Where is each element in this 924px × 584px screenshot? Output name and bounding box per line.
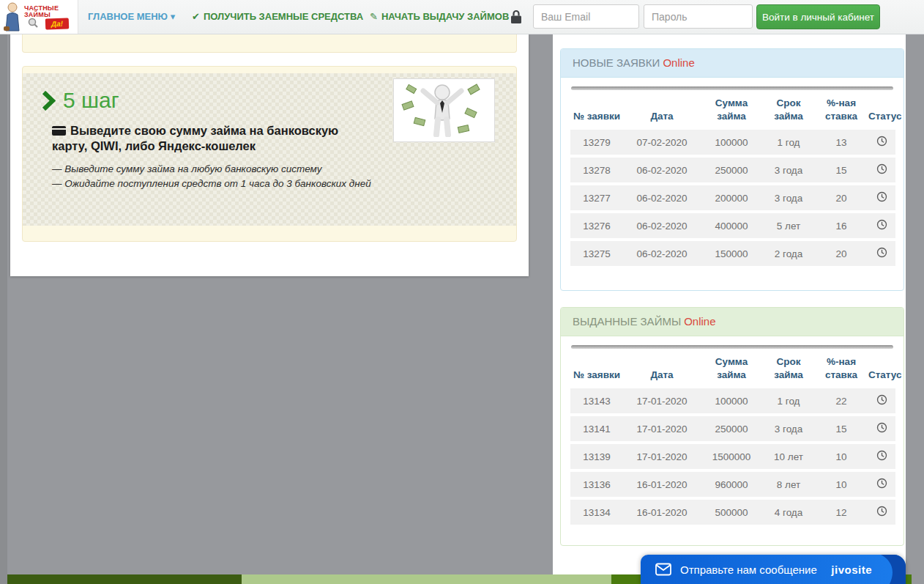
- chat-widget[interactable]: Отправьте нам сообщение jivosite: [641, 555, 906, 584]
- site-logo[interactable]: ЧАСТНЫЕ ЗАЙМЫ Да!: [0, 0, 78, 34]
- logo-badge: Да!: [45, 18, 70, 29]
- login-button[interactable]: Войти в личный кабинет: [756, 4, 880, 29]
- clock-icon: [876, 247, 887, 258]
- table-cell: 3 года: [762, 158, 815, 182]
- chat-corner-fold: [873, 555, 906, 584]
- step-note: — Выведите сумму займа на любую банковск…: [52, 162, 378, 192]
- status-cell: [868, 185, 895, 210]
- logo-man-icon: [1, 1, 23, 32]
- page-background-edge: [0, 34, 7, 584]
- table-cell: 100000: [701, 388, 762, 413]
- panel-title: ВЫДАННЫЕ ЗАЙМЫ: [573, 315, 681, 328]
- clock-icon: [876, 422, 887, 433]
- online-badge: Online: [684, 315, 715, 328]
- column-header: Статус: [868, 354, 895, 385]
- email-input[interactable]: [533, 4, 639, 29]
- table-cell: 200000: [701, 185, 762, 210]
- table-row: 1327806-02-20202500003 года15: [570, 158, 895, 182]
- table-cell: 150000: [701, 241, 762, 266]
- column-header: %-ная ставка: [815, 354, 868, 385]
- pencil-icon: ✎: [370, 11, 378, 22]
- clock-icon: [876, 219, 887, 230]
- panel-title: НОВЫЕ ЗАЯВКИ: [573, 56, 660, 69]
- column-header: № заявки: [570, 95, 623, 127]
- table-row: 1327907-02-20201000001 год13: [570, 130, 895, 155]
- table-cell: 20: [815, 241, 868, 266]
- table-cell: 06-02-2020: [623, 213, 701, 238]
- status-cell: [868, 213, 895, 238]
- table-cell: 100000: [701, 130, 762, 155]
- table-cell: 17-01-2020: [623, 388, 701, 413]
- table-cell: 13143: [570, 388, 623, 413]
- table-header: № заявки Дата Сумма займа Срок займа %-н…: [570, 354, 895, 385]
- logo-magnifier-icon: [28, 18, 38, 28]
- chevron-down-icon: ▾: [171, 11, 176, 22]
- previous-step-box-bottom: [22, 34, 517, 53]
- step-note-line1: — Выведите сумму займа на любую банковск…: [52, 162, 378, 177]
- status-cell: [868, 500, 895, 525]
- column-header: № заявки: [570, 354, 623, 385]
- table-cell: 13278: [570, 158, 623, 182]
- chat-message: Отправьте нам сообщение: [680, 563, 831, 576]
- get-funds-link[interactable]: ✔ПОЛУЧИТЬ ЗАЕМНЫЕ СРЕДСТВА: [192, 0, 363, 34]
- column-header: Дата: [623, 95, 701, 127]
- clock-icon: [876, 506, 887, 517]
- status-cell: [868, 416, 895, 441]
- table-cell: 20: [815, 185, 868, 210]
- table-cell: 10 лет: [762, 444, 815, 469]
- table-cell: 12: [815, 500, 868, 525]
- table-cell: 13139: [570, 444, 623, 469]
- navbar: ЧАСТНЫЕ ЗАЙМЫ Да! ГЛАВНОЕ МЕНЮ ▾ ✔ПОЛУЧИ…: [0, 0, 924, 34]
- column-header: Дата: [623, 354, 701, 385]
- table-cell: 5 лет: [762, 213, 815, 238]
- table-cell: 13279: [570, 130, 623, 155]
- new-requests-panel: НОВЫЕ ЗАЯВКИOnline № заявки Дата Сумма з…: [560, 48, 904, 291]
- panel-heading: НОВЫЕ ЗАЯВКИOnline: [561, 49, 903, 78]
- footer-strip-dark: [7, 574, 242, 584]
- logo-title: ЧАСТНЫЕ ЗАЙМЫ: [24, 5, 75, 18]
- column-header: Сумма займа: [701, 354, 762, 385]
- table-cell: 15: [815, 416, 868, 441]
- column-header: Срок займа: [762, 95, 815, 127]
- lock-icon: [510, 10, 522, 27]
- password-input[interactable]: [644, 4, 753, 29]
- chevron-right-icon: [42, 91, 56, 111]
- table-cell: 06-02-2020: [623, 185, 701, 210]
- table-cell: 10: [815, 472, 868, 497]
- table-cell: 500000: [701, 500, 762, 525]
- table-row: 1313616-01-20209600008 лет10: [570, 472, 895, 497]
- table-cell: 3 года: [762, 416, 815, 441]
- status-cell: [868, 158, 895, 182]
- status-cell: [868, 130, 895, 155]
- table-cell: 1 год: [762, 130, 815, 155]
- column-header: Статус: [868, 95, 895, 127]
- table-row: 1313416-01-20205000004 года12: [570, 500, 895, 525]
- content-card: 5 шаг Выведите свою сумму займа на банко…: [10, 34, 529, 276]
- start-loans-link[interactable]: ✎НАЧАТЬ ВЫДАЧУ ЗАЙМОВ: [370, 0, 509, 34]
- table-top-shadow: [571, 86, 893, 90]
- table-cell: 1500000: [701, 444, 762, 469]
- column-header: Сумма займа: [701, 95, 762, 127]
- table-top-shadow: [571, 345, 893, 349]
- table-cell: 8 лет: [762, 472, 815, 497]
- table-cell: 1 год: [762, 388, 815, 413]
- status-cell: [868, 241, 895, 266]
- table-cell: 3 года: [762, 185, 815, 210]
- footer-strip-light: [242, 574, 611, 584]
- table-cell: 17-01-2020: [623, 416, 701, 441]
- step-note-line2: — Ожидайте поступления средств от 1 часа…: [52, 177, 378, 191]
- clock-icon: [876, 394, 887, 405]
- step-title: 5 шаг: [63, 88, 119, 113]
- step-panel: 5 шаг Выведите свою сумму займа на банко…: [22, 66, 517, 242]
- table-cell: 13134: [570, 500, 623, 525]
- envelope-icon: [655, 563, 671, 576]
- clock-icon: [876, 450, 887, 461]
- table-cell: 13: [815, 130, 868, 155]
- table-cell: 250000: [701, 158, 762, 182]
- table-cell: 13277: [570, 185, 623, 210]
- online-badge: Online: [663, 56, 694, 69]
- table-cell: 13141: [570, 416, 623, 441]
- clock-icon: [876, 163, 887, 174]
- new-requests-table: № заявки Дата Сумма займа Срок займа %-н…: [570, 92, 895, 269]
- main-menu-link[interactable]: ГЛАВНОЕ МЕНЮ ▾: [88, 0, 175, 34]
